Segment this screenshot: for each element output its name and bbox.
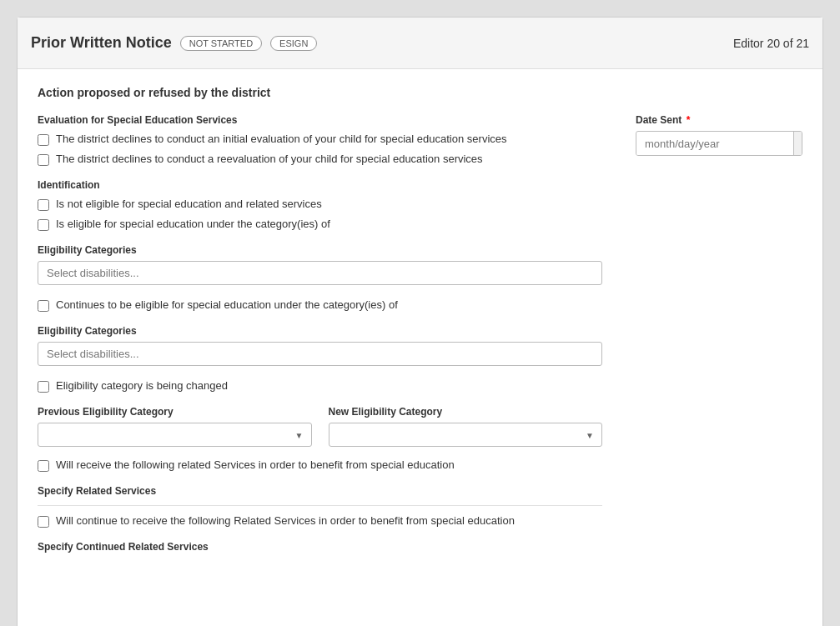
eligibility-categories-1-group: Eligibility Categories [38,244,602,285]
eligibility-dropdowns-row: Previous Eligibility Category New Eligib… [38,406,602,447]
identification-checkbox-2-row: Is eligible for special education under … [38,218,602,231]
identification-checkbox-1-row: Is not eligible for special education an… [38,198,602,211]
continued-services-checkbox-row: Will continue to receive the following R… [38,514,602,528]
content-area: Action proposed or refused by the distri… [18,69,822,626]
specify-continued-services-group: Specify Continued Related Services [38,541,602,553]
date-sent-group: Date Sent * [636,114,802,156]
eligibility-categories-2-group: Eligibility Categories [38,325,602,366]
header: Prior Written Notice NOT STARTED ESIGN E… [18,18,822,69]
specify-related-services-group: Specify Related Services [38,485,602,506]
evaluation-checkbox-1-row: The district declines to conduct an init… [38,133,602,146]
form-side: Date Sent * [636,114,802,558]
eligibility-change-checkbox-row: Eligibility category is being changed [38,379,602,393]
evaluation-subsection-label: Evaluation for Special Education Service… [38,114,602,126]
identification-checkbox-2[interactable] [38,219,49,231]
eligibility-change-checkbox[interactable] [38,381,49,393]
header-left: Prior Written Notice NOT STARTED ESIGN [31,34,317,52]
date-sent-input[interactable] [636,133,793,155]
evaluation-checkbox-2-row: The district declines to conduct a reeva… [38,153,602,166]
new-eligibility-label: New Eligibility Category [329,406,603,418]
status-badge[interactable]: NOT STARTED [180,36,262,51]
page-title: Prior Written Notice [31,34,172,52]
related-services-checkbox-row: Will receive the following related Servi… [38,458,602,472]
evaluation-checkbox-1-label: The district declines to conduct an init… [56,133,507,145]
previous-eligibility-group: Previous Eligibility Category [38,406,312,447]
eligibility-categories-1-input[interactable] [38,261,602,285]
date-picker-button[interactable] [793,132,802,155]
main-window: Prior Written Notice NOT STARTED ESIGN E… [17,17,823,626]
section-title: Action proposed or refused by the distri… [38,86,802,103]
eligibility-categories-2-input[interactable] [38,342,602,366]
form-layout: Evaluation for Special Education Service… [38,114,802,558]
evaluation-checkbox-1[interactable] [38,134,49,146]
evaluation-checkbox-2[interactable] [38,154,49,166]
related-services-checkbox[interactable] [38,460,49,472]
date-sent-required-star: * [687,114,691,126]
identification-checkbox-1-label: Is not eligible for special education an… [56,198,322,210]
previous-eligibility-label: Previous Eligibility Category [38,406,312,418]
previous-eligibility-wrapper [38,423,312,447]
date-sent-label: Date Sent * [636,114,802,126]
calendar-icon [801,137,802,150]
new-eligibility-select[interactable] [329,423,603,447]
identification-subsection-label: Identification [38,179,602,191]
continues-checkbox-row: Continues to be eligible for special edu… [38,298,602,312]
evaluation-group: Evaluation for Special Education Service… [38,114,602,166]
specify-related-services-divider [38,505,602,506]
continued-services-checkbox[interactable] [38,516,49,528]
previous-eligibility-select[interactable] [38,423,312,447]
continues-checkbox[interactable] [38,300,49,312]
eligibility-categories-2-label: Eligibility Categories [38,325,602,337]
identification-checkbox-2-label: Is eligible for special education under … [56,218,330,230]
continues-checkbox-label: Continues to be eligible for special edu… [56,298,398,311]
esign-badge[interactable]: ESIGN [270,36,317,51]
date-sent-field-wrapper [636,131,802,156]
editor-info: Editor 20 of 21 [733,37,809,50]
new-eligibility-group: New Eligibility Category [329,406,603,447]
evaluation-checkbox-2-label: The district declines to conduct a reeva… [56,153,483,165]
eligibility-change-checkbox-label: Eligibility category is being changed [56,379,228,392]
identification-group: Identification Is not eligible for speci… [38,179,602,231]
specify-related-services-label: Specify Related Services [38,485,602,497]
specify-continued-services-label: Specify Continued Related Services [38,541,602,553]
identification-checkbox-1[interactable] [38,199,49,211]
related-services-checkbox-label: Will receive the following related Servi… [56,458,455,471]
eligibility-categories-1-label: Eligibility Categories [38,244,602,256]
new-eligibility-wrapper [329,423,603,447]
continued-services-checkbox-label: Will continue to receive the following R… [56,514,515,527]
form-main: Evaluation for Special Education Service… [38,114,602,558]
